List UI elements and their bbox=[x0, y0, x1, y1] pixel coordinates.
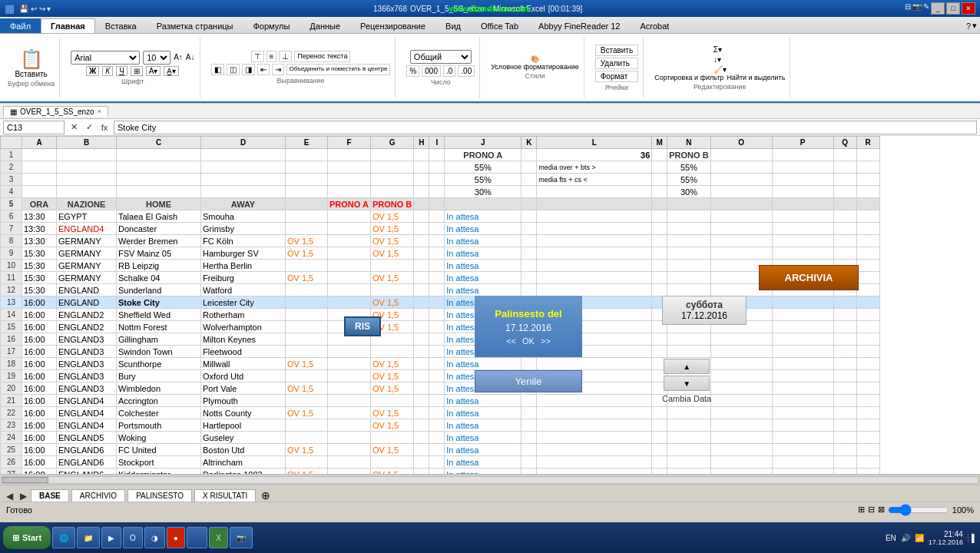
close-btn[interactable]: ✕ bbox=[962, 2, 975, 15]
tab-close-icon[interactable]: × bbox=[98, 108, 101, 115]
scrollbar-thumb[interactable] bbox=[2, 477, 48, 483]
cell-ris-label[interactable] bbox=[286, 198, 328, 210]
minimize-btn[interactable]: _ bbox=[931, 2, 945, 15]
cell-e2[interactable] bbox=[286, 161, 328, 174]
cell-k3[interactable] bbox=[521, 174, 537, 186]
cell-f2[interactable] bbox=[328, 161, 371, 174]
cell-p4[interactable] bbox=[772, 186, 833, 198]
cell-l4[interactable] bbox=[537, 186, 652, 198]
cell-a4[interactable] bbox=[22, 186, 57, 198]
col-header-b[interactable]: B bbox=[57, 137, 117, 149]
sheet-scroll-next[interactable]: ▶ bbox=[17, 491, 30, 502]
indent-increase-btn[interactable]: ⇥ bbox=[272, 64, 284, 75]
cell-j4[interactable]: 30% bbox=[445, 186, 521, 198]
view-normal-icon[interactable]: ⊞ bbox=[858, 505, 865, 515]
cell-m3[interactable] bbox=[652, 174, 667, 186]
cell-o1[interactable] bbox=[710, 149, 772, 161]
cell-i5[interactable] bbox=[429, 198, 445, 210]
delete-btn[interactable]: Удалить bbox=[595, 58, 638, 69]
tab-review[interactable]: Рецензирование bbox=[350, 18, 435, 33]
cell-away[interactable]: AWAY bbox=[201, 198, 286, 210]
cell-a3[interactable] bbox=[22, 174, 57, 186]
paste-icon[interactable]: 📋 bbox=[20, 48, 43, 70]
name-box[interactable] bbox=[3, 121, 65, 134]
cell-prono-a-label[interactable]: PRONO A bbox=[328, 198, 371, 210]
cell-d3[interactable] bbox=[201, 174, 286, 186]
tab-formulas[interactable]: Формулы bbox=[243, 18, 300, 33]
taskbar-camera[interactable]: 📷 bbox=[230, 527, 253, 548]
percent-btn[interactable]: % bbox=[406, 65, 419, 77]
border-btn[interactable]: ⊞ bbox=[131, 66, 143, 76]
col-header-q[interactable]: Q bbox=[833, 137, 856, 149]
nav-next[interactable]: >> bbox=[541, 336, 551, 346]
cell-g2[interactable] bbox=[370, 161, 413, 174]
add-sheet-btn[interactable]: ⊕ bbox=[258, 489, 273, 502]
tab-page-layout[interactable]: Разметка страницы bbox=[147, 18, 243, 33]
sheet-tab-base[interactable]: BASE bbox=[31, 489, 69, 502]
cell-e4[interactable] bbox=[286, 186, 328, 198]
cell-k4[interactable] bbox=[521, 186, 537, 198]
cell-h2[interactable] bbox=[414, 161, 429, 174]
col-header-c[interactable]: C bbox=[117, 137, 201, 149]
nav-ok[interactable]: OK bbox=[522, 336, 535, 346]
col-header-e[interactable]: E bbox=[286, 137, 328, 149]
tab-acrobat[interactable]: Acrobat bbox=[631, 18, 680, 33]
cell-b3[interactable] bbox=[57, 174, 117, 186]
taskbar-opera[interactable]: O bbox=[123, 527, 143, 548]
cell-j3[interactable]: 55% bbox=[445, 174, 521, 186]
cell-l3[interactable]: media fts + cs < bbox=[537, 174, 652, 186]
cell-i1[interactable] bbox=[429, 149, 445, 161]
taskbar-chrome[interactable]: ◑ bbox=[144, 527, 165, 548]
cell-b4[interactable] bbox=[57, 186, 117, 198]
horizontal-scrollbar[interactable] bbox=[2, 476, 978, 484]
cell-d1[interactable] bbox=[201, 149, 286, 161]
align-middle-btn[interactable]: ≡ bbox=[267, 51, 277, 62]
cell-o4[interactable] bbox=[710, 186, 772, 198]
col-header-d[interactable]: D bbox=[201, 137, 286, 149]
col-header-k[interactable]: K bbox=[521, 137, 537, 149]
col-header-m[interactable]: M bbox=[652, 137, 667, 149]
sheet-scroll-prev[interactable]: ◀ bbox=[3, 491, 16, 502]
col-header-i[interactable]: I bbox=[429, 137, 445, 149]
ris-button[interactable]: RIS bbox=[344, 316, 381, 336]
cell-g1[interactable] bbox=[370, 149, 413, 161]
clear-btn[interactable]: 🧹▾ bbox=[713, 65, 727, 74]
cell-k2[interactable] bbox=[521, 161, 537, 174]
cell-h1[interactable] bbox=[414, 149, 429, 161]
cell-r4[interactable] bbox=[856, 186, 879, 198]
cell-p5[interactable] bbox=[772, 198, 833, 210]
cell-r2[interactable] bbox=[856, 161, 879, 174]
cell-n3[interactable]: 55% bbox=[667, 174, 710, 186]
taskbar-excel-active[interactable]: X bbox=[209, 527, 228, 548]
workbook-tab[interactable]: ▦ OVER_1_5_SS_enzo × bbox=[3, 106, 108, 117]
cell-r1[interactable] bbox=[856, 149, 879, 161]
tab-file[interactable]: Файл bbox=[0, 18, 41, 33]
autosum-btn[interactable]: Σ▾ bbox=[713, 45, 727, 54]
cell-i2[interactable] bbox=[429, 161, 445, 174]
cell-q3[interactable] bbox=[833, 174, 856, 186]
cell-f1[interactable] bbox=[328, 149, 371, 161]
format-btn[interactable]: Формат bbox=[595, 71, 638, 82]
align-center-btn[interactable]: ◫ bbox=[227, 64, 240, 75]
col-header-f[interactable]: F bbox=[328, 137, 371, 149]
cell-d4[interactable] bbox=[201, 186, 286, 198]
cell-l1[interactable]: 36 bbox=[537, 149, 652, 161]
fill-btn[interactable]: ↓▾ bbox=[713, 55, 727, 64]
sheet-tab-archivio[interactable]: ARCHIVIO bbox=[71, 489, 125, 502]
align-left-btn[interactable]: ◧ bbox=[211, 64, 224, 75]
col-header-g[interactable]: G bbox=[370, 137, 413, 149]
view-pagebreak-icon[interactable]: ⊠ bbox=[878, 505, 885, 515]
collapse-icon[interactable]: ▾ bbox=[972, 21, 977, 31]
cell-q1[interactable] bbox=[833, 149, 856, 161]
cell-j1[interactable]: PRONO A bbox=[445, 149, 521, 161]
cell-d2[interactable] bbox=[201, 161, 286, 174]
cell-c3[interactable] bbox=[117, 174, 201, 186]
cell-j2[interactable]: 55% bbox=[445, 161, 521, 174]
sheet-tab-palinsesto[interactable]: PALINSESTO bbox=[127, 489, 192, 502]
cell-nazione[interactable]: NAZIONE bbox=[57, 198, 117, 210]
tab-abbyy[interactable]: Abbyy FineReader 12 bbox=[528, 18, 630, 33]
col-header-p[interactable]: P bbox=[772, 137, 833, 149]
cancel-formula-btn[interactable]: ✕ bbox=[68, 122, 80, 132]
cell-p1[interactable] bbox=[772, 149, 833, 161]
cell-m4[interactable] bbox=[652, 186, 667, 198]
